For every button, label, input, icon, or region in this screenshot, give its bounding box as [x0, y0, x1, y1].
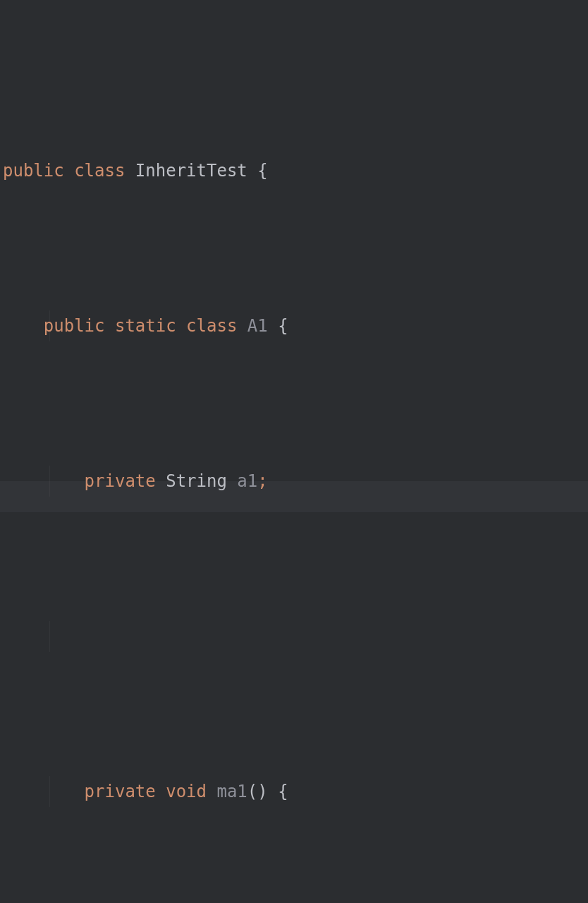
code-line-blank[interactable]	[3, 621, 588, 652]
paren-open: (	[247, 782, 257, 801]
keyword-static: static	[115, 316, 176, 336]
type-string: String	[166, 471, 227, 491]
code-editor[interactable]: public class InheritTest { public static…	[0, 0, 588, 903]
code-line[interactable]: private String a1;	[3, 466, 588, 497]
keyword-public: public	[44, 316, 105, 336]
keyword-private: private	[85, 471, 156, 491]
classname-inherittest: InheritTest	[135, 161, 247, 181]
keyword-class: class	[74, 161, 125, 181]
keyword-public: public	[3, 161, 64, 181]
method-ma1: ma1	[216, 782, 247, 801]
classname-a1: A1	[247, 316, 268, 336]
brace-open: {	[257, 161, 267, 181]
keyword-class: class	[186, 316, 237, 336]
paren-close: )	[257, 782, 267, 801]
code-line[interactable]: private void ma1() {	[3, 776, 588, 807]
brace-open: {	[278, 782, 288, 801]
code-line[interactable]: public class InheritTest {	[3, 155, 588, 186]
code-line[interactable]: public static class A1 {	[3, 310, 588, 341]
keyword-void: void	[166, 782, 207, 801]
field-a1: a1	[237, 471, 257, 491]
semicolon: ;	[257, 471, 267, 491]
keyword-private: private	[85, 782, 156, 801]
brace-open: {	[278, 316, 288, 336]
